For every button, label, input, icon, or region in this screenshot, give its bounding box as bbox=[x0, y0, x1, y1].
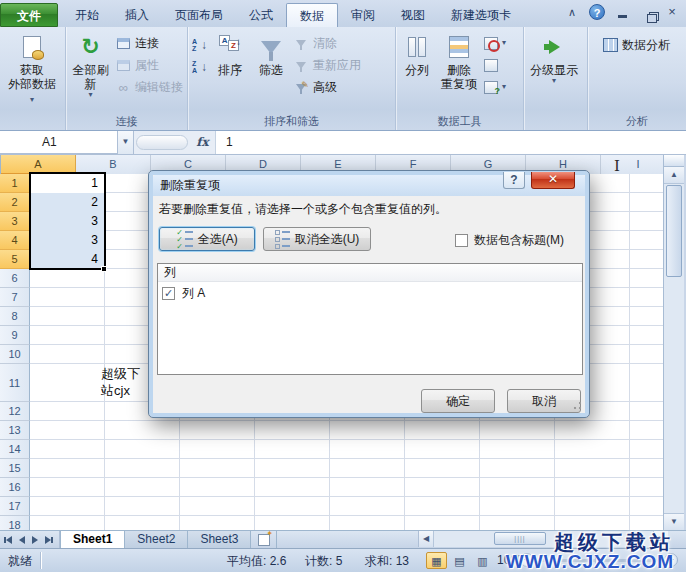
ribbon-tab-数据[interactable]: 数据 bbox=[286, 3, 338, 27]
status-sum: 求和: 13 bbox=[365, 553, 409, 570]
close-icon[interactable]: × bbox=[664, 4, 680, 20]
row-header-7[interactable]: 7 bbox=[0, 288, 30, 307]
collapse-ribbon-icon[interactable]: ∧ bbox=[564, 4, 580, 20]
row-header-12[interactable]: 12 bbox=[0, 402, 30, 421]
scroll-left-icon[interactable]: ◀ bbox=[419, 531, 434, 547]
outline-dropdown-icon[interactable]: ▾ bbox=[552, 77, 556, 85]
text-to-columns-button[interactable]: 分列 bbox=[398, 30, 436, 79]
vertical-scrollbar[interactable]: ▲ ▼ bbox=[663, 155, 684, 530]
sheet-tab-Sheet2[interactable]: Sheet2 bbox=[125, 531, 188, 548]
consolidate-button[interactable] bbox=[482, 56, 508, 74]
data-analysis-button[interactable]: 数据分析 bbox=[600, 36, 672, 54]
row-header-11[interactable]: 11 bbox=[0, 364, 30, 402]
page-break-view-icon[interactable]: ▥ bbox=[472, 552, 493, 569]
refresh-all-button[interactable]: ↻ 全部刷新 ▾ bbox=[68, 30, 113, 101]
clear-filter-button[interactable]: 清除 bbox=[291, 34, 363, 52]
file-tab[interactable]: 文件 bbox=[0, 3, 58, 27]
text-cursor: I bbox=[614, 157, 620, 175]
name-box-dropdown-icon[interactable]: ▼ bbox=[118, 131, 134, 154]
row-header-2[interactable]: 2 bbox=[0, 193, 30, 212]
checkbox-checked-icon[interactable]: ✓ bbox=[162, 287, 175, 300]
ribbon-tab-开始[interactable]: 开始 bbox=[62, 3, 112, 27]
refresh-dropdown-icon[interactable]: ▾ bbox=[88, 91, 92, 99]
row-header-8[interactable]: 8 bbox=[0, 307, 30, 326]
insert-function-button[interactable]: fx bbox=[190, 131, 216, 154]
ribbon-tab-视图[interactable]: 视图 bbox=[388, 3, 438, 27]
normal-view-icon[interactable]: ▦ bbox=[426, 552, 447, 569]
select-all-button[interactable]: ✓ ✓ ✓ 全选(A) bbox=[159, 227, 255, 251]
select-all-corner[interactable] bbox=[0, 155, 1, 174]
consolidate-icon bbox=[484, 59, 498, 72]
dialog-help-icon[interactable]: ? bbox=[503, 172, 525, 189]
fill-handle[interactable] bbox=[101, 266, 107, 272]
columns-list-header: 列 bbox=[158, 264, 582, 282]
checkbox-unchecked-icon[interactable] bbox=[455, 234, 468, 247]
get-external-data-button[interactable]: 获取 外部数据 ▾ bbox=[2, 30, 62, 107]
grid-cells-row-13[interactable] bbox=[30, 421, 663, 440]
connections-button[interactable]: 连接 bbox=[113, 34, 185, 52]
row-header-16[interactable]: 16 bbox=[0, 478, 30, 497]
cancel-button[interactable]: 取消 bbox=[507, 389, 581, 413]
group-get-external-data: 获取 外部数据 ▾ bbox=[0, 27, 66, 130]
remove-duplicates-icon bbox=[449, 32, 469, 62]
ribbon-tab-审阅[interactable]: 审阅 bbox=[338, 3, 388, 27]
data-validation-button[interactable]: ▾ bbox=[482, 34, 508, 52]
vertical-scroll-thumb[interactable] bbox=[666, 185, 682, 277]
grid-cells-row-16[interactable] bbox=[30, 478, 663, 497]
edit-links-button[interactable]: ∞编辑链接 bbox=[113, 78, 185, 96]
row-header-15[interactable]: 15 bbox=[0, 459, 30, 478]
reapply-button[interactable]: 重新应用 bbox=[291, 56, 363, 74]
data-has-headers-checkbox[interactable]: 数据包含标题(M) bbox=[455, 232, 564, 249]
sort-descending-button[interactable]: ZA↓ bbox=[190, 58, 209, 76]
what-if-analysis-button[interactable]: ▾ bbox=[482, 78, 508, 96]
sheet-tab-Sheet1[interactable]: Sheet1 bbox=[60, 531, 125, 548]
prev-sheet-icon[interactable] bbox=[19, 536, 25, 544]
unselect-all-button[interactable]: 取消全选(U) bbox=[263, 227, 371, 251]
ribbon-tab-插入[interactable]: 插入 bbox=[112, 3, 162, 27]
filter-button[interactable]: 筛选 bbox=[251, 30, 291, 79]
column-list-item[interactable]: ✓ 列 A bbox=[158, 282, 582, 302]
row-header-1[interactable]: 1 bbox=[0, 174, 30, 193]
row-header-5[interactable]: 5 bbox=[0, 250, 30, 269]
resize-grip[interactable] bbox=[572, 400, 582, 410]
row-header-18[interactable]: 18 bbox=[0, 516, 30, 530]
grid-cells-row-14[interactable] bbox=[30, 440, 663, 459]
scroll-up-icon[interactable]: ▲ bbox=[664, 167, 684, 184]
row-header-4[interactable]: 4 bbox=[0, 231, 30, 250]
help-icon[interactable]: ? bbox=[589, 4, 605, 20]
row-header-9[interactable]: 9 bbox=[0, 326, 30, 345]
name-box[interactable]: A1 bbox=[0, 131, 118, 154]
row-header-17[interactable]: 17 bbox=[0, 497, 30, 516]
row-header-10[interactable]: 10 bbox=[0, 345, 30, 364]
advanced-filter-button[interactable]: ✎高级 bbox=[291, 78, 363, 96]
row-header-3[interactable]: 3 bbox=[0, 212, 30, 231]
ribbon-tab-页面布局[interactable]: 页面布局 bbox=[162, 3, 236, 27]
ok-button[interactable]: 确定 bbox=[421, 389, 495, 413]
group-label-sort-filter: 排序和筛选 bbox=[188, 114, 395, 129]
insert-worksheet-button[interactable] bbox=[251, 531, 277, 548]
first-sheet-icon[interactable] bbox=[6, 536, 12, 544]
row-header-6[interactable]: 6 bbox=[0, 269, 30, 288]
grid-cells-row-18[interactable] bbox=[30, 516, 663, 530]
split-box[interactable] bbox=[664, 155, 684, 167]
dialog-close-icon[interactable]: ✕ bbox=[531, 172, 575, 189]
next-sheet-icon[interactable] bbox=[32, 536, 38, 544]
outline-button[interactable]: 分级显示 ▾ bbox=[526, 30, 582, 87]
ribbon-tab-公式[interactable]: 公式 bbox=[236, 3, 286, 27]
window-controls: ∧ ? × bbox=[564, 4, 680, 20]
scroll-down-icon[interactable]: ▼ bbox=[664, 513, 684, 530]
last-sheet-icon[interactable] bbox=[45, 536, 51, 544]
ribbon-tab-新建选项卡[interactable]: 新建选项卡 bbox=[438, 3, 524, 27]
grid-cells-row-17[interactable] bbox=[30, 497, 663, 516]
minimize-icon[interactable] bbox=[614, 7, 630, 18]
row-header-13[interactable]: 13 bbox=[0, 421, 30, 440]
grid-cells-row-15[interactable] bbox=[30, 459, 663, 478]
remove-duplicates-button[interactable]: 删除 重复项 bbox=[436, 30, 482, 93]
row-header-14[interactable]: 14 bbox=[0, 440, 30, 459]
sort-ascending-button[interactable]: AZ↓ bbox=[190, 36, 209, 54]
sheet-tab-Sheet3[interactable]: Sheet3 bbox=[188, 531, 251, 548]
sort-button[interactable]: AZ↓ 排序 bbox=[209, 30, 251, 79]
page-layout-view-icon[interactable]: ▤ bbox=[449, 552, 470, 569]
formula-input[interactable]: 1 bbox=[216, 131, 686, 154]
properties-button[interactable]: 属性 bbox=[113, 56, 185, 74]
